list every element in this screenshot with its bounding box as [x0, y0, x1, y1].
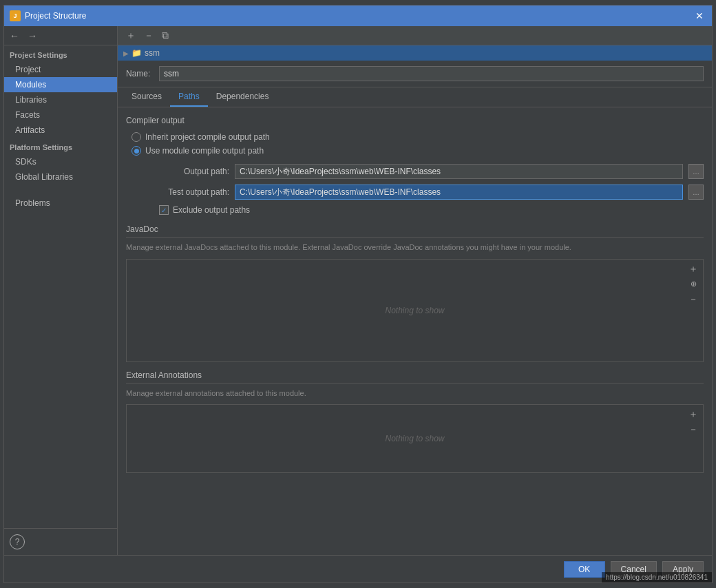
ext-annotations-title: External Annotations — [126, 370, 704, 384]
test-output-path-browse-button[interactable]: … — [688, 185, 704, 200]
javadoc-title: JavaDoc — [126, 224, 704, 238]
output-path-label: Output path: — [154, 167, 229, 176]
copy-module-button[interactable]: ⧉ — [159, 28, 171, 43]
test-output-path-row: Test output path: … — [154, 185, 704, 200]
module-name: ssm — [145, 48, 160, 58]
ext-annotations-add-button[interactable]: ＋ — [686, 408, 700, 421]
ok-button[interactable]: OK — [564, 561, 605, 578]
module-actions: ＋ － ⧉ — [123, 28, 171, 43]
tabs-bar: Sources Paths Dependencies — [118, 87, 712, 107]
radio-use-module-circle — [131, 146, 141, 156]
test-output-path-label: Test output path: — [154, 187, 229, 197]
title-bar-left: J Project Structure — [10, 10, 86, 21]
output-path-browse-button[interactable]: … — [688, 164, 704, 179]
ext-annotations-desc: Manage external annotations attached to … — [126, 388, 704, 399]
radio-inherit-text: Inherit project compile output path — [145, 132, 270, 142]
tab-paths[interactable]: Paths — [170, 87, 208, 107]
output-path-row: Output path: … — [154, 164, 704, 179]
compiler-output-section: Compiler output Inherit project compile … — [126, 116, 704, 215]
main-panel: ＋ － ⧉ ▶ 📁 ssm Name: Sources Paths Depen — [118, 26, 712, 555]
paths-panel-content: Compiler output Inherit project compile … — [118, 107, 712, 555]
app-icon: J — [10, 10, 21, 21]
close-button[interactable]: ✕ — [693, 9, 706, 23]
sidebar-nav-bar: ← → — [4, 26, 117, 45]
project-structure-dialog: J Project Structure ✕ ← → Project Settin… — [3, 5, 713, 583]
test-output-path-input[interactable] — [235, 185, 683, 200]
exclude-checkbox-row: ✓ Exclude output paths — [159, 205, 704, 215]
radio-use-module-label[interactable]: Use module compile output path — [131, 146, 704, 156]
content-area: ← → Project Settings Project Modules Lib… — [4, 26, 712, 555]
javadoc-add-alt-button[interactable]: ⊕ — [686, 277, 700, 291]
module-toolbar: ＋ － ⧉ — [118, 26, 712, 45]
external-annotations-section: External Annotations Manage external ann… — [126, 370, 704, 474]
sidebar-item-libraries[interactable]: Libraries — [4, 92, 117, 107]
exclude-label: Exclude output paths — [173, 205, 250, 215]
module-tree-item[interactable]: ▶ 📁 ssm — [118, 45, 712, 61]
platform-settings-label: Platform Settings — [4, 138, 117, 154]
radio-group: Inherit project compile output path Use … — [131, 132, 704, 156]
sidebar-item-modules[interactable]: Modules — [4, 77, 117, 92]
nav-forward-button[interactable]: → — [25, 29, 40, 43]
url-bar: https://blog.csdn.net/u010826341 — [602, 572, 712, 582]
sidebar-item-project[interactable]: Project — [4, 62, 117, 77]
radio-inherit-circle — [131, 132, 141, 142]
javadoc-actions: ＋ ⊕ － — [686, 262, 700, 306]
tab-sources[interactable]: Sources — [123, 87, 170, 107]
tab-dependencies[interactable]: Dependencies — [208, 87, 277, 107]
sidebar-item-global-libraries[interactable]: Global Libraries — [4, 169, 117, 185]
sidebar-item-sdks[interactable]: SDKs — [4, 154, 117, 169]
sidebar-item-facets[interactable]: Facets — [4, 107, 117, 123]
nav-back-button[interactable]: ← — [7, 29, 22, 43]
radio-use-module-text: Use module compile output path — [145, 146, 264, 156]
dialog-title: Project Structure — [25, 11, 86, 21]
help-button[interactable]: ? — [10, 534, 25, 549]
name-row: Name: — [118, 61, 712, 87]
sidebar: ← → Project Settings Project Modules Lib… — [4, 26, 118, 555]
folder-icon: 📁 — [131, 48, 142, 58]
title-bar: J Project Structure ✕ — [4, 6, 712, 26]
javadoc-empty-text: Nothing to show — [127, 260, 703, 361]
ext-annotations-empty-text: Nothing to show — [127, 405, 703, 472]
sidebar-bottom: ? — [4, 528, 117, 555]
tree-arrow-icon: ▶ — [123, 50, 129, 57]
ext-annotations-actions: ＋ － — [686, 408, 700, 437]
exclude-checkbox[interactable]: ✓ — [159, 205, 169, 215]
compiler-output-title: Compiler output — [126, 116, 704, 125]
javadoc-remove-button[interactable]: － — [686, 293, 700, 306]
javadoc-add-button[interactable]: ＋ — [686, 262, 700, 276]
ext-annotations-list-panel: ＋ － Nothing to show — [126, 404, 704, 473]
javadoc-list-panel: ＋ ⊕ － Nothing to show — [126, 259, 704, 362]
radio-inherit-label[interactable]: Inherit project compile output path — [131, 132, 704, 142]
project-settings-label: Project Settings — [4, 45, 117, 62]
name-label: Name: — [126, 69, 154, 78]
remove-module-button[interactable]: － — [141, 28, 156, 43]
add-module-button[interactable]: ＋ — [123, 28, 138, 43]
ext-annotations-remove-button[interactable]: － — [686, 423, 700, 437]
javadoc-section: JavaDoc Manage external JavaDocs attache… — [126, 224, 704, 362]
sidebar-item-artifacts[interactable]: Artifacts — [4, 123, 117, 138]
sidebar-item-problems[interactable]: Problems — [4, 196, 117, 211]
javadoc-desc: Manage external JavaDocs attached to thi… — [126, 242, 704, 253]
output-path-input[interactable] — [235, 164, 683, 179]
name-input[interactable] — [159, 66, 704, 81]
